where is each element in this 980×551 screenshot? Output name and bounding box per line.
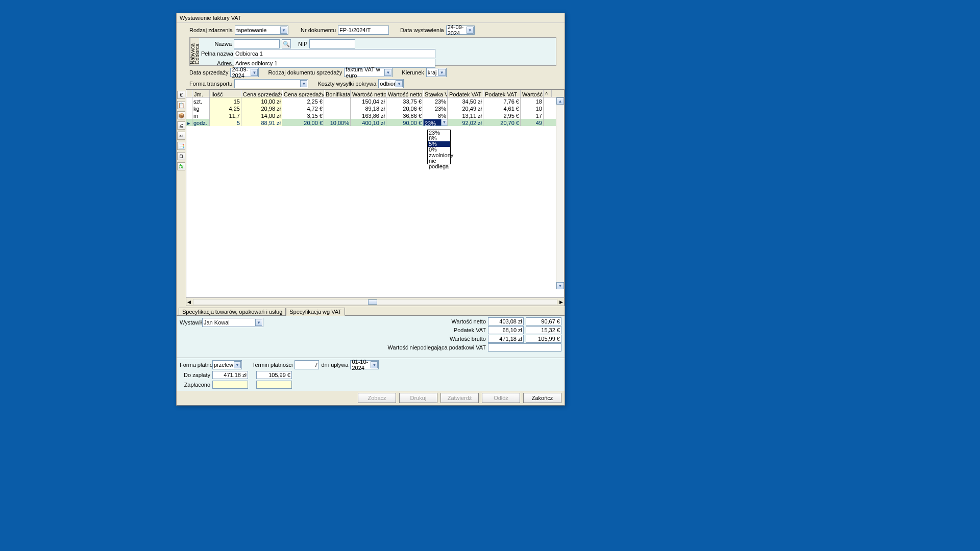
cell-csne[interactable]: 4,72 € [282,105,324,112]
nazwa-input[interactable] [234,39,280,48]
cell-bon[interactable] [324,97,351,105]
cell-pvat[interactable]: 13,11 zł [448,112,483,119]
cell-wb[interactable]: 49 [521,119,544,126]
koszty-wysylki-combo[interactable]: odbiorca▼ [378,79,404,88]
cell-ilosc[interactable]: 5 [210,119,241,126]
grid-header-csne[interactable]: Cena sprzedaży netto [282,90,324,97]
side-btn-3[interactable]: 📦 [177,111,185,119]
cell-bon[interactable] [324,112,351,119]
cell-pvate[interactable]: 7,76 € [483,97,521,105]
zakoncz-button[interactable]: Zakończ [523,393,561,403]
cell-wne[interactable]: 90,00 € [386,119,423,126]
cell-jm[interactable]: kg [192,105,210,112]
grid-header-pvat[interactable]: Podatek VAT [448,90,483,97]
vat-dropdown[interactable]: 23%8%5%0%zwolnionynie podlega [427,130,451,164]
wystawil-combo[interactable]: Jan Kowal▼ [202,318,263,327]
cell-pvat[interactable]: 34,50 zł [448,97,483,105]
drukuj-button[interactable]: Drukuj [399,393,437,403]
data-sprzedazy-input[interactable]: 24-09-2024▼ [230,68,259,77]
cell-pvate[interactable]: 2,95 € [483,112,521,119]
side-btn-6[interactable]: 📑 [177,142,185,150]
items-grid[interactable]: Jm. Ilość Cena sprzedaży netto Cena sprz… [186,89,565,306]
cell-bon[interactable] [324,105,351,112]
nr-dokumentu-input[interactable] [338,26,389,35]
cell-wne[interactable]: 33,75 € [386,97,423,105]
grid-header-wne[interactable]: Wartość netto [386,90,423,97]
search-button[interactable]: 🔍 [282,39,291,48]
grid-header-pvate[interactable]: Podatek VAT [483,90,521,97]
side-btn-4[interactable]: 🖨 [177,121,185,130]
tab-spec-towarow[interactable]: Specyfikacja towarów, opakowań i usług [179,308,286,316]
side-fx-button[interactable]: fx [177,162,185,170]
cell-wn[interactable]: 400,10 zł [351,119,386,126]
cell-wne[interactable]: 20,06 € [386,105,423,112]
zaplacono-zl[interactable] [212,381,248,389]
cell-bon[interactable]: 10,00% [324,119,351,126]
cell-csn[interactable]: 14,00 zł [241,112,282,119]
vat-option[interactable]: nie podlega [428,158,450,164]
table-row[interactable]: szt.1510,00 zł2,25 €150,04 zł33,75 €23%3… [186,97,564,105]
cell-csne[interactable]: 20,00 € [282,119,324,126]
grid-header-marker[interactable] [186,90,192,97]
grid-header-bon[interactable]: Bonifikata [324,90,351,97]
table-row[interactable]: kg4,2520,98 zł4,72 €89,18 zł20,06 €23%20… [186,105,564,112]
rodzaj-dok-combo[interactable]: faktura VAT w euro▼ [344,68,393,77]
side-btn-2[interactable]: 📋 [177,101,185,109]
forma-transportu-combo[interactable]: ▼ [234,79,308,88]
tab-spec-vat[interactable]: Specyfikacja wg VAT [286,308,345,316]
cell-ilosc[interactable]: 11,7 [210,112,241,119]
cell-pvat[interactable]: 20,49 zł [448,105,483,112]
cell-wb[interactable]: 18 [521,97,544,105]
cell-pvat[interactable]: 92,02 zł [448,119,483,126]
side-btn-7[interactable]: 🗓 [177,152,185,160]
grid-header-wn[interactable]: Wartość netto [351,90,386,97]
cell-svat[interactable]: 23% [423,97,448,105]
nip-input[interactable] [309,39,355,48]
cell-csn[interactable]: 88,91 zł [241,119,282,126]
cell-csn[interactable]: 10,00 zł [241,97,282,105]
cell-csne[interactable]: 3,15 € [282,112,324,119]
kierunek-combo[interactable]: kraj▼ [426,68,447,77]
rodzaj-zdarzenia-combo[interactable]: tapetowanie▼ [235,26,288,35]
scroll-down-icon[interactable]: ▼ [556,282,564,289]
scroll-right-icon[interactable]: ▶ [559,299,563,305]
scroll-left-icon[interactable]: ◀ [187,299,191,305]
cell-jm[interactable]: m [192,112,210,119]
termin-platnosci-input[interactable] [295,360,319,369]
pelna-nazwa-input[interactable] [234,49,435,58]
grid-header-csn[interactable]: Cena sprzedaży netto [241,90,282,97]
data-wystawienia-input[interactable]: 24-09-2024▼ [446,26,475,35]
cell-pvate[interactable]: 4,61 € [483,105,521,112]
cell-jm[interactable]: szt. [192,97,210,105]
grid-header-ilosc[interactable]: Ilość [210,90,241,97]
zaplacono-eur[interactable] [256,381,292,389]
vertical-scrollbar[interactable]: ▲ ▼ [556,97,564,289]
table-row[interactable]: m11,714,00 zł3,15 €163,86 zł36,86 €8%13,… [186,112,564,119]
cell-jm[interactable]: godz. [192,119,210,126]
cell-csn[interactable]: 20,98 zł [241,105,282,112]
side-currency-button[interactable]: € [177,91,185,99]
grid-header-jm[interactable]: Jm. [192,90,210,97]
cell-wne[interactable]: 36,86 € [386,112,423,119]
zatwierdz-button[interactable]: Zatwierdź [440,393,479,403]
cell-wn[interactable]: 163,86 zł [351,112,386,119]
buyer-tab[interactable]: Nabywca Odbiorca [190,38,199,65]
grid-header-wb[interactable]: Wartość bru [521,90,544,97]
scrollbar-thumb[interactable] [368,299,377,305]
cell-svat[interactable]: 8% [423,112,448,119]
cell-wn[interactable]: 89,18 zł [351,105,386,112]
cell-ilosc[interactable]: 15 [210,97,241,105]
grid-header-svat[interactable]: Stawka VAT [423,90,448,97]
cell-wb[interactable]: 17 [521,112,544,119]
side-btn-5[interactable]: ↩ [177,132,185,140]
horizontal-scrollbar[interactable]: ◀ ▶ [186,297,564,306]
cell-pvate[interactable]: 20,70 € [483,119,521,126]
cell-svat[interactable]: 23% [423,105,448,112]
cell-wn[interactable]: 150,04 zł [351,97,386,105]
zobacz-button[interactable]: Zobacz [358,393,396,403]
table-row[interactable]: ▸godz.588,91 zł20,00 €10,00%400,10 zł90,… [186,119,564,126]
scroll-up-icon[interactable]: ▲ [556,97,564,105]
cell-ilosc[interactable]: 4,25 [210,105,241,112]
forma-platnosci-combo[interactable]: przelew▼ [212,360,242,369]
cell-wb[interactable]: 10 [521,105,544,112]
